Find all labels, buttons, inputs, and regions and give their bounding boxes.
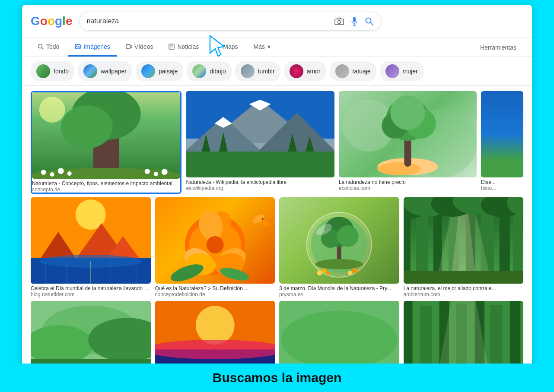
image-card-4[interactable]: Dise... histo...: [481, 91, 523, 194]
svg-point-118: [281, 311, 398, 369]
image-card-3[interactable]: La naturaleza no tiene precio ecoticias.…: [339, 91, 477, 194]
browser-window: Google naturaleza: [22, 5, 532, 387]
image-caption-2: Naturaleza - Wikipedia, la enciclopedia …: [186, 179, 334, 185]
image-row-1: Naturaleza - Concepto, tipos, elementos …: [31, 91, 523, 194]
chip-mujer-thumb: [385, 64, 399, 78]
image-caption-8: La naturaleza, el mejor aliado contra e.…: [404, 285, 524, 291]
image-caption-3: La naturaleza no tiene precio: [339, 179, 477, 185]
svg-point-19: [39, 97, 65, 123]
svg-point-1: [338, 21, 341, 24]
image-card-1[interactable]: Naturaleza - Concepto, tipos, elementos …: [31, 91, 181, 194]
image-thumb-2: [186, 91, 334, 177]
image-source-5: blog.naturlider.com: [31, 291, 151, 297]
tab-maps[interactable]: Maps: [207, 38, 245, 57]
header: Google naturaleza: [22, 5, 532, 38]
image-source-2: es.wikipedia.org: [186, 185, 334, 191]
search-icons: [334, 16, 374, 27]
chip-paisaje[interactable]: paisaje: [136, 61, 183, 81]
nature-image-5-svg: [31, 197, 151, 284]
svg-point-114: [195, 306, 234, 345]
maps-tab-icon: [214, 44, 220, 50]
image-grid: Naturaleza - Concepto, tipos, elementos …: [22, 86, 532, 387]
svg-rect-37: [186, 152, 334, 177]
bottom-caption-text: Buscamos la imagen: [213, 370, 341, 385]
image-source-1: concepto.de: [32, 187, 180, 193]
search-tab-icon: [38, 44, 44, 50]
image-thumb-5: [31, 197, 151, 284]
svg-point-50: [390, 95, 425, 130]
chip-fondo-thumb: [36, 64, 50, 78]
google-logo: Google: [31, 14, 72, 28]
image-caption-4: Dise...: [481, 179, 523, 185]
chip-dibujo[interactable]: dibujo: [187, 61, 231, 81]
image-thumb-6: [155, 197, 275, 284]
chip-fondo[interactable]: fondo: [31, 61, 74, 81]
herramientas-button[interactable]: Herramientas: [473, 41, 523, 54]
image-source-6: conceptodefinicion.de: [155, 291, 275, 297]
nature-image-3-svg: [339, 91, 477, 177]
svg-point-23: [32, 168, 180, 179]
tab-noticias[interactable]: Noticias: [162, 38, 206, 57]
image-caption-1: Naturaleza - Concepto, tipos, elementos …: [32, 180, 180, 187]
video-tab-icon: [126, 44, 132, 50]
image-thumb-4: [481, 91, 523, 177]
nature-image-2-svg: [186, 91, 334, 177]
chip-wallpaper-thumb: [83, 64, 97, 78]
chip-tumblr-thumb: [241, 64, 255, 78]
tab-videos[interactable]: Vídeos: [119, 38, 160, 57]
svg-point-72: [206, 236, 223, 253]
nav-tabs: Todo Imágenes Vídeos Noticias Maps Más ▾: [22, 38, 532, 57]
image-thumb-3: [339, 91, 477, 177]
svg-point-17: [217, 46, 218, 47]
chip-amor[interactable]: amor: [284, 61, 326, 81]
svg-point-28: [145, 169, 150, 174]
svg-point-25: [50, 172, 54, 177]
svg-point-86: [322, 269, 326, 273]
svg-point-75: [261, 218, 263, 220]
chip-paisaje-thumb: [141, 64, 155, 78]
svg-rect-11: [126, 44, 130, 49]
bottom-caption-container: Buscamos la imagen: [0, 364, 554, 392]
svg-point-89: [353, 268, 358, 273]
image-card-8[interactable]: La naturaleza, el mejor aliado contra e.…: [404, 197, 524, 297]
image-source-7: prysma.es: [279, 291, 399, 297]
voice-search-button[interactable]: [350, 16, 359, 27]
chip-tatuaje[interactable]: tatuaje: [330, 61, 376, 81]
svg-point-83: [337, 225, 359, 247]
images-tab-icon: [75, 44, 81, 50]
image-card-5[interactable]: Celebra el Día mundial de la naturaleza …: [31, 197, 151, 297]
mic-icon: [351, 16, 358, 26]
tab-imagenes[interactable]: Imágenes: [68, 38, 117, 57]
image-card-2[interactable]: Naturaleza - Wikipedia, la enciclopedia …: [186, 91, 334, 194]
nature-image-7-svg: [279, 197, 399, 284]
svg-point-45: [377, 162, 420, 175]
search-button[interactable]: [364, 16, 374, 26]
svg-rect-101: [404, 271, 524, 284]
camera-icon: [334, 17, 344, 25]
search-bar: naturaleza: [79, 12, 382, 31]
chip-tumblr[interactable]: tumblr: [235, 61, 280, 81]
nature-image-1-svg: [32, 92, 180, 179]
svg-point-26: [58, 168, 64, 174]
nav-area: Todo Imágenes Vídeos Noticias Maps Más ▾: [22, 38, 532, 57]
camera-search-button[interactable]: [334, 16, 345, 26]
image-card-6[interactable]: Qué es la Naturaleza? » Su Definición ..…: [155, 197, 275, 297]
tab-todo[interactable]: Todo: [31, 38, 66, 57]
chip-mujer[interactable]: mujer: [380, 61, 423, 81]
svg-point-29: [154, 172, 158, 176]
chevron-down-icon: ▾: [267, 43, 271, 50]
chip-tatuaje-thumb: [335, 64, 349, 78]
nature-image-8-svg: [404, 197, 524, 284]
tab-mas[interactable]: Más ▾: [246, 38, 277, 57]
image-source-4: histo...: [481, 185, 523, 191]
svg-point-84: [315, 259, 363, 269]
svg-point-30: [162, 169, 168, 175]
svg-point-22: [61, 105, 113, 149]
image-caption-6: Qué es la Naturaleza? » Su Definición ..…: [155, 285, 275, 291]
image-caption-7: 3 de marzo. Día Mundial de la Naturaleza…: [279, 285, 399, 291]
nature-image-6-svg: [155, 197, 275, 284]
image-card-7[interactable]: 3 de marzo. Día Mundial de la Naturaleza…: [279, 197, 399, 297]
chip-wallpaper[interactable]: wallpaper: [78, 61, 132, 81]
image-source-8: ambientum.com: [404, 291, 524, 297]
search-input[interactable]: naturaleza: [86, 17, 334, 25]
